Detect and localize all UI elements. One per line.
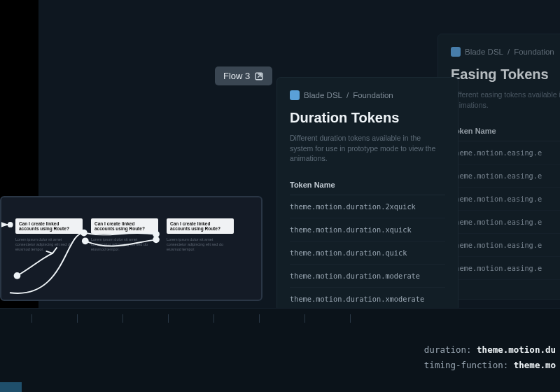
flow-column: Can I create linked accounts using Route…: [15, 218, 83, 252]
answer-blurb: Lorem ipsum dolor sit amet consectetur a…: [15, 237, 83, 252]
answer-blurb: Lorem ipsum dolor sit amet consectetur a…: [167, 237, 234, 252]
code-value: theme.mo: [514, 360, 556, 370]
breadcrumb: Blade DSL / Foundation: [290, 90, 445, 100]
brand-logo-icon: [290, 90, 300, 100]
table-row: theme.motion.easing.e: [451, 234, 560, 257]
table-row: theme.motion.easing.e: [451, 164, 560, 188]
timeline-active-segment[interactable]: [0, 382, 22, 392]
question-pill: Can I create linked accounts using Route…: [167, 218, 234, 234]
panel-description: Different duration tokens available in t…: [290, 133, 445, 164]
breadcrumb-brand: Blade DSL: [465, 48, 503, 56]
breadcrumb-section: Foundation: [353, 91, 393, 99]
code-key: duration:: [424, 344, 472, 355]
code-snippet: duration: theme.motion.du timing-functio…: [424, 342, 556, 373]
table-row: theme.motion.duration.quick: [290, 241, 445, 265]
ruler-tick: [168, 314, 169, 323]
code-value: theme.motion.du: [477, 344, 556, 355]
question-pill: Can I create linked accounts using Route…: [15, 218, 83, 234]
breadcrumb: Blade DSL / Foundation: [451, 47, 560, 57]
table-row: theme.motion.easing.e: [451, 257, 560, 280]
canvas-stage: Flow 3 Blade DSL / Foundation Easing Tok…: [38, 0, 560, 392]
question-pill: Can I create linked accounts using Route…: [91, 218, 158, 234]
flow-tag[interactable]: Flow 3: [215, 66, 272, 85]
table-row: theme.motion.easing.e: [451, 211, 560, 234]
svg-point-4: [82, 237, 89, 244]
flow-preview-card[interactable]: Can I create linked accounts using Route…: [0, 196, 262, 301]
code-key: timing-function:: [424, 360, 508, 370]
table-row: theme.motion.duration.moderate: [290, 265, 445, 288]
brand-logo-icon: [451, 47, 461, 57]
breadcrumb-brand: Blade DSL: [304, 91, 342, 99]
timeline-strip: duration: theme.motion.du timing-functio…: [0, 308, 560, 392]
panel-description: Different easing tokens available in the…: [451, 90, 560, 110]
flow-column: Can I create linked accounts using Route…: [91, 218, 158, 252]
ruler-tick: [259, 314, 260, 323]
ruler-tick: [304, 314, 305, 323]
answer-blurb: Lorem ipsum dolor sit amet consectetur a…: [91, 237, 158, 252]
table-header: Token Name: [290, 175, 445, 195]
breadcrumb-sep: /: [346, 91, 349, 99]
table-header: Token Name: [451, 121, 560, 141]
table-row: theme.motion.duration.2xquick: [290, 195, 445, 218]
open-external-icon: [254, 71, 264, 81]
flow-tag-label: Flow 3: [223, 71, 250, 81]
svg-point-6: [8, 222, 13, 227]
flow-column: Can I create linked accounts using Route…: [167, 218, 234, 252]
svg-point-5: [14, 272, 21, 279]
duration-panel[interactable]: Blade DSL / Foundation Duration Tokens D…: [276, 77, 458, 312]
ruler-tick: [77, 314, 78, 323]
panel-title: Duration Tokens: [290, 110, 445, 126]
panel-title: Easing Tokens: [451, 66, 560, 83]
table-row: theme.motion.duration.xquick: [290, 218, 445, 241]
code-line: duration: theme.motion.du: [424, 342, 556, 358]
table-row: theme.motion.easing.e: [451, 141, 560, 164]
timeline-ruler[interactable]: [0, 309, 560, 337]
table-row: theme.motion.easing.e: [451, 188, 560, 211]
code-line: timing-function: theme.mo: [424, 358, 556, 373]
breadcrumb-sep: /: [507, 48, 510, 56]
ruler-tick: [122, 314, 123, 323]
ruler-tick: [350, 314, 351, 323]
breadcrumb-section: Foundation: [514, 48, 554, 56]
ruler-tick: [31, 314, 32, 323]
ruler-tick: [214, 314, 214, 323]
